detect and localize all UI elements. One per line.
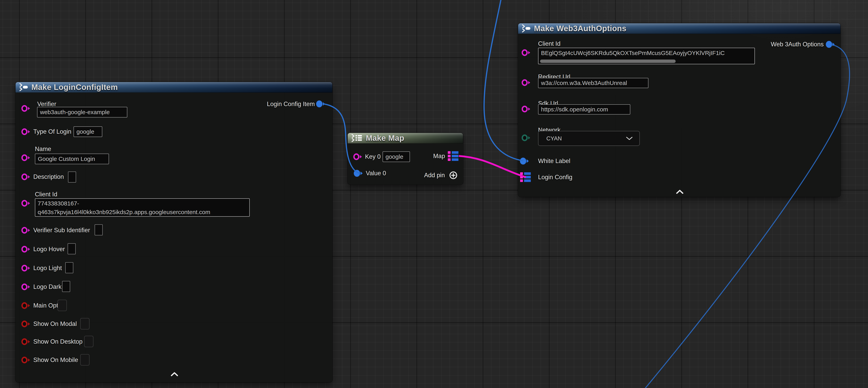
client-id-input[interactable]: 774338308167-q463s7kpvja16l4l0kko3nb925i… (35, 198, 250, 217)
logo-dark-input[interactable] (62, 281, 70, 292)
collapse-node-button[interactable] (170, 372, 178, 377)
node-title: Make Web3AuthOptions (534, 24, 626, 33)
node-header-make-map[interactable]: Make Map (348, 133, 463, 144)
chevron-down-icon (626, 137, 633, 140)
pin-type-of-login[interactable] (21, 128, 31, 136)
description-input[interactable] (68, 172, 76, 183)
pin-label-show-on-modal: Show On Modal (33, 320, 77, 328)
node-make-map[interactable]: Make Map Key 0 google Map Value 0 Add pi… (348, 133, 463, 184)
verifier-input[interactable]: web3auth-google-example (37, 107, 127, 118)
verifier-sub-identifier-input[interactable] (95, 225, 103, 235)
pin-name[interactable] (21, 154, 31, 161)
logo-light-input[interactable] (65, 262, 73, 273)
pin-login-config-item-output[interactable] (316, 100, 326, 108)
pin-web3auth-options-output[interactable] (826, 40, 835, 48)
node-make-web3authoptions[interactable]: Make Web3AuthOptions Web 3Auth Options C… (518, 23, 840, 197)
pin-label-show-on-desktop: Show On Desktop (33, 338, 83, 346)
node-make-loginconfigitem[interactable]: Make LoginConfigItem Login Config Item V… (16, 82, 332, 382)
pin-label-logo-hover: Logo Hover (33, 245, 65, 253)
pin-label-key-0: Key 0 (365, 153, 380, 161)
show-on-mobile-checkbox[interactable] (80, 354, 90, 365)
pin-logo-light[interactable] (21, 264, 31, 272)
pin-map-output[interactable] (447, 151, 459, 161)
pin-verifier-sub-identifier[interactable] (21, 227, 31, 234)
name-input[interactable]: Google Custom Login (35, 154, 109, 164)
pin-main-option[interactable] (21, 302, 31, 309)
pin-label-white-label: White Label (538, 157, 570, 165)
node-header-make-web3authoptions[interactable]: Make Web3AuthOptions (518, 23, 840, 34)
pin-show-on-modal[interactable] (21, 320, 31, 328)
pin-show-on-desktop[interactable] (21, 338, 31, 346)
node-title: Make Map (366, 134, 404, 143)
wire-map-to-loginconfig[interactable] (459, 156, 526, 177)
pin-description[interactable] (21, 173, 31, 181)
pin-redirect-url[interactable] (521, 79, 531, 86)
pin-key-0[interactable] (353, 153, 363, 160)
pin-label-verifier-sub-identifier: Verifier Sub Identifier (33, 226, 90, 234)
sdk-url-input[interactable]: https://sdk.openlogin.com (538, 104, 630, 115)
pin-network[interactable] (521, 134, 531, 142)
pin-verifier[interactable] (21, 105, 31, 112)
pin-white-label[interactable] (520, 157, 529, 165)
main-option-checkbox[interactable] (58, 300, 67, 311)
pin-label-client-id: Client Id (538, 40, 561, 48)
pin-client-id[interactable] (21, 200, 31, 207)
make-struct-icon (19, 83, 28, 91)
output-label-login-config-item: Login Config Item (267, 100, 315, 108)
pin-label-value-0: Value 0 (366, 169, 386, 177)
pin-label-logo-light: Logo Light (33, 264, 62, 272)
pin-sdk-url[interactable] (521, 105, 531, 113)
pin-label-logo-dark: Logo Dark (33, 283, 61, 291)
pin-label-name: Name (35, 145, 51, 153)
node-title: Make LoginConfigItem (31, 83, 118, 92)
output-label-map: Map (433, 152, 445, 160)
redirect-url-input[interactable]: w3a://com.w3a.Web3AuthUnreal (538, 78, 648, 88)
make-struct-icon (522, 24, 531, 33)
collapse-node-button[interactable] (676, 189, 684, 194)
add-pin-button[interactable]: Add pin (424, 171, 458, 179)
pin-client-id[interactable] (521, 49, 531, 56)
pin-logo-hover[interactable] (21, 245, 31, 253)
wire-offscreen-to-whitelabel[interactable] (484, 0, 524, 161)
blueprint-canvas[interactable]: { "editor": "unreal-blueprint-graph", "c… (0, 0, 868, 388)
network-dropdown[interactable]: CYAN (538, 131, 640, 146)
type-of-login-input[interactable]: google (73, 126, 102, 137)
client-id-scrollbar[interactable] (540, 60, 676, 63)
logo-hover-input[interactable] (68, 243, 76, 254)
node-header-make-loginconfigitem[interactable]: Make LoginConfigItem (16, 82, 332, 93)
pin-label-login-config: Login Config (538, 173, 572, 181)
show-on-desktop-checkbox[interactable] (84, 336, 93, 347)
pin-logo-dark[interactable] (21, 283, 31, 291)
pin-label-show-on-mobile: Show On Mobile (33, 356, 78, 364)
pin-show-on-mobile[interactable] (21, 356, 31, 364)
key-0-input[interactable]: google (382, 151, 410, 162)
client-id-value: BEglQSgt4cUWcj6SKRdu5QkOXTsePmMcusG5EAoy… (541, 48, 725, 58)
pin-label-client-id: Client Id (35, 190, 57, 198)
show-on-modal-checkbox[interactable] (80, 318, 90, 329)
pin-login-config[interactable] (520, 172, 531, 182)
output-label-web3auth-options: Web 3Auth Options (771, 40, 824, 48)
pin-label-type-of-login: Type Of Login (33, 128, 71, 136)
make-map-icon (351, 134, 363, 142)
add-pin-label: Add pin (424, 172, 445, 179)
pin-label-description: Description (33, 173, 64, 181)
network-dropdown-value: CYAN (546, 135, 562, 142)
add-pin-icon (449, 171, 458, 179)
pin-value-0[interactable] (353, 170, 363, 177)
